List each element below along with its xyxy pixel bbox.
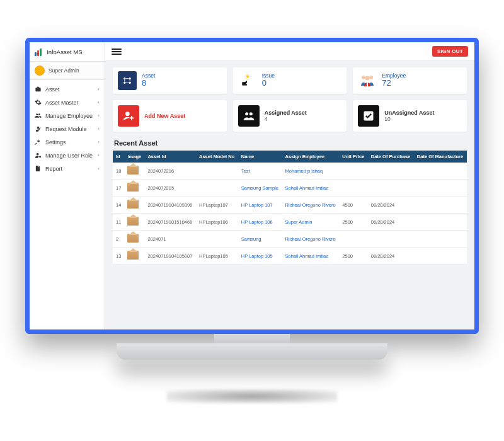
svg-point-1 [129, 77, 131, 79]
gear-icon [35, 99, 42, 106]
tools-icon [35, 139, 42, 146]
cell-employee[interactable]: Sohail Ahmad Imtiaz [282, 248, 340, 265]
cell-name[interactable]: Test [238, 163, 282, 180]
col-model[interactable]: Asset Model No [196, 151, 238, 163]
sidebar-item-label: Asset [45, 86, 60, 93]
signout-button[interactable]: SIGN OUT [432, 46, 468, 57]
cell-asset-id: 2024072216 [144, 163, 196, 180]
sidebar-item-manage-employee[interactable]: Manage Employee ‹ [30, 109, 105, 122]
cell-model [196, 231, 238, 248]
sidebar-item-label: Asset Master [45, 100, 79, 106]
svg-point-4 [246, 75, 249, 77]
action-card-unassigned[interactable]: UnAssigned Asset10 [353, 100, 467, 132]
cell-price [339, 180, 367, 197]
col-purchase[interactable]: Date Of Purchase [368, 151, 414, 163]
cell-price: 2500 [339, 248, 367, 265]
sidebar-item-label: Manage Employee [45, 113, 93, 119]
cell-name[interactable]: HP Laptop 106 [238, 214, 282, 231]
cell-name[interactable]: HP Laptop 105 [238, 248, 282, 265]
briefcase-icon [35, 86, 42, 93]
package-icon [127, 200, 139, 209]
user-gear-icon [35, 152, 42, 159]
menu-toggle[interactable] [112, 49, 122, 55]
action-sub: 10 [384, 116, 434, 122]
cell-employee[interactable]: Mohamed p ishaq [282, 163, 340, 180]
col-name[interactable]: Name [238, 151, 282, 163]
cell-id: 13 [113, 248, 124, 265]
cell-image [124, 231, 144, 248]
cell-id: 11 [113, 214, 124, 231]
monitor-frame: InfoAsset MS Super Admin Asset ‹ Asset M… [25, 38, 479, 334]
svg-point-10 [125, 112, 130, 116]
package-icon [127, 234, 139, 243]
sidebar-item-manage-user-role[interactable]: Manage User Role ‹ [30, 149, 105, 162]
main-area: SIGN OUT Asset8 Issue0 [105, 42, 474, 329]
svg-point-6 [362, 76, 365, 79]
svg-rect-5 [242, 84, 247, 85]
cell-employee[interactable]: Super Admin [282, 214, 340, 231]
table-row[interactable]: 1120240719101510469HPLaptop106HP Laptop … [113, 214, 467, 231]
stat-card-employee[interactable]: Employee72 [353, 67, 467, 94]
recent-asset-table: Id Image Asset Id Asset Model No Name As… [113, 151, 467, 265]
action-cards: Add New Asset Assigned Asset4 UnAssigned… [113, 100, 467, 132]
cell-id: 14 [113, 197, 124, 214]
chevron-left-icon: ‹ [98, 166, 100, 171]
cell-id: 2 [113, 231, 124, 248]
table-row[interactable]: 22024071SamsungRicheal Oregono Rivero [113, 231, 467, 248]
stat-card-asset[interactable]: Asset8 [113, 67, 227, 94]
col-price[interactable]: Unit Price [339, 151, 367, 163]
table-row[interactable]: 1320240719104105607HPLaptop105HP Laptop … [113, 248, 467, 265]
sidebar-item-report[interactable]: Report ‹ [30, 162, 105, 175]
users-icon [35, 112, 42, 119]
col-id[interactable]: Id [113, 151, 124, 163]
user-role-row[interactable]: Super Admin [30, 62, 105, 80]
sidebar-item-asset[interactable]: Asset ‹ [30, 83, 105, 96]
cell-price: 4500 [339, 197, 367, 214]
col-manufacture[interactable]: Date Of Manufacture [414, 151, 467, 163]
action-card-assigned[interactable]: Assigned Asset4 [233, 100, 347, 132]
sidebar-item-label: Report [45, 166, 62, 172]
cell-purchase [368, 163, 414, 180]
cell-employee[interactable]: Richeal Oregono Rivero [282, 231, 340, 248]
cell-asset-id: 20240719104109399 [144, 197, 196, 214]
action-card-add-asset[interactable]: Add New Asset [113, 100, 227, 132]
cell-employee[interactable]: Sohail Ahmad Imtiaz [282, 180, 340, 197]
table-row[interactable]: 182024072216TestMohamed p ishaq [113, 163, 467, 180]
cell-name[interactable]: Samsung [238, 231, 282, 248]
cell-purchase [368, 231, 414, 248]
cell-name[interactable]: Samsung Sample [238, 180, 282, 197]
user-badge-icon [35, 66, 45, 76]
col-image[interactable]: Image [124, 151, 144, 163]
svg-point-3 [129, 82, 131, 84]
cell-asset-id: 2024072215 [144, 180, 196, 197]
document-icon [35, 165, 42, 172]
cell-id: 17 [113, 180, 124, 197]
stat-card-issue[interactable]: Issue0 [233, 67, 347, 94]
cell-name[interactable]: HP Laptop 107 [238, 197, 282, 214]
cell-image [124, 180, 144, 197]
cell-manufacture [414, 180, 467, 197]
issue-stat-icon [238, 71, 257, 90]
cell-purchase [368, 180, 414, 197]
col-employee[interactable]: Assign Employee [282, 151, 340, 163]
table-row[interactable]: 1420240719104109399HPLaptop107HP Laptop … [113, 197, 467, 214]
sidebar-item-request-module[interactable]: Request Module ‹ [30, 122, 105, 135]
sidebar-item-label: Settings [45, 139, 66, 146]
col-asset-id[interactable]: Asset Id [144, 151, 196, 163]
cell-employee[interactable]: Richeal Oregono Rivero [282, 197, 340, 214]
table-row[interactable]: 172024072215Samsung SampleSohail Ahmad I… [113, 180, 467, 197]
cell-purchase: 06/20/2024 [368, 197, 414, 214]
package-icon [127, 166, 139, 175]
sidebar-item-asset-master[interactable]: Asset Master ‹ [30, 96, 105, 109]
monitor-stand [117, 343, 387, 360]
monitor-shadow [167, 389, 337, 403]
svg-point-12 [249, 112, 253, 115]
cell-model: HPLaptop105 [196, 248, 238, 265]
stat-cards: Asset8 Issue0 Employee72 [113, 67, 467, 94]
sidebar-item-settings[interactable]: Settings ‹ [30, 135, 105, 149]
check-icon [358, 105, 379, 127]
assigned-icon [238, 105, 260, 127]
cell-purchase: 06/20/2024 [368, 248, 414, 265]
recent-asset-title: Recent Asset [114, 139, 467, 147]
cell-manufacture [414, 231, 467, 248]
